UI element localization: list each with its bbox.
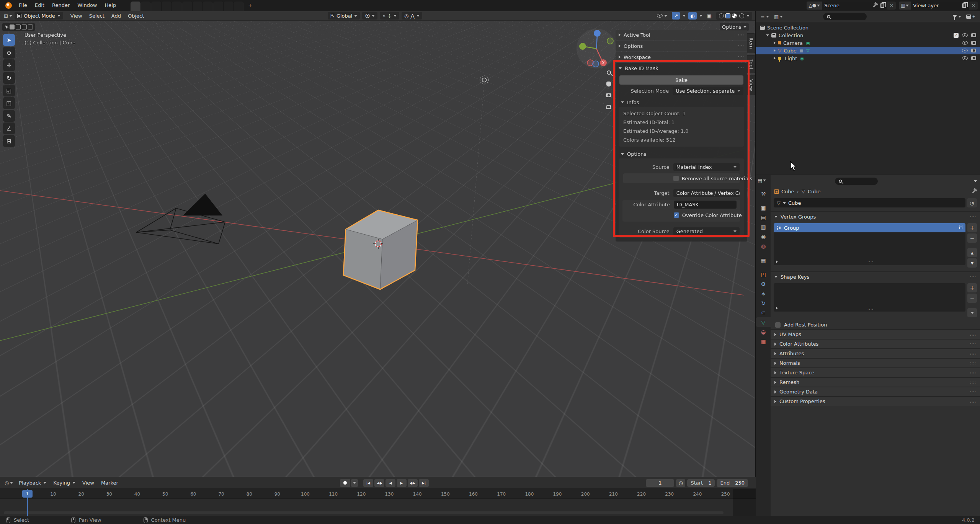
toggle-ortho-button[interactable]	[605, 103, 612, 111]
disable-render-camera-icon[interactable]	[971, 49, 976, 52]
select-mode-extend-icon[interactable]	[16, 24, 21, 29]
gizmo-dropdown-icon[interactable]	[683, 15, 686, 17]
target-dropdown[interactable]: Color Attribute / Vertex Color	[673, 189, 740, 197]
frame-start-field[interactable]: Start1	[687, 479, 715, 487]
prev-keyframe-button[interactable]: ◀◆	[374, 479, 384, 487]
next-keyframe-button[interactable]: ◆▶	[408, 479, 418, 487]
workspace-tab[interactable]	[182, 2, 193, 11]
browse-viewlayer-button[interactable]: ▥	[899, 2, 911, 10]
list-filter-disclosure-icon[interactable]	[776, 307, 778, 310]
display-mode-dropdown[interactable]: ≡	[759, 13, 771, 20]
disclosure-collapsed-icon[interactable]	[774, 57, 776, 60]
workspace-tab[interactable]	[193, 2, 203, 11]
outliner-row-collection[interactable]: Collection ✓	[756, 31, 980, 39]
add-cube-tool[interactable]: ⊞	[3, 135, 15, 147]
cursor-tool[interactable]: ⊕	[3, 47, 15, 59]
output-icon[interactable]: ▤	[756, 212, 771, 222]
workspace-tab[interactable]	[141, 2, 151, 11]
viewport-menu-item[interactable]: Select	[86, 13, 108, 19]
camera-view-button[interactable]	[605, 91, 612, 99]
add-rest-position-checkbox[interactable]	[775, 322, 781, 328]
add-vertex-group-button[interactable]: +	[967, 223, 977, 232]
properties-options-dropdown[interactable]	[974, 180, 977, 182]
editor-type-button[interactable]: ▤	[758, 178, 769, 183]
disclosure-collapsed-icon[interactable]	[774, 49, 776, 52]
color-attribute-input[interactable]: ID_MASK	[674, 201, 737, 209]
current-frame-field[interactable]: 1	[646, 479, 674, 487]
remove-vertex-group-button[interactable]: −	[967, 233, 977, 243]
infos-subpanel-header[interactable]: Infos	[621, 100, 742, 105]
menu-item[interactable]: File	[15, 1, 31, 10]
panel-drag-handle[interactable]: ::::	[970, 380, 976, 384]
zoom-view-button[interactable]	[605, 69, 612, 76]
scene-icon[interactable]: ◉	[756, 232, 771, 241]
move-group-down-button[interactable]: ▾	[967, 258, 977, 268]
panel-drag-handle[interactable]: ::::	[738, 33, 744, 37]
list-resize-handle[interactable]: ::::	[867, 260, 874, 264]
panel-drag-handle[interactable]: ::::	[970, 400, 976, 403]
panel-drag-handle[interactable]: ::::	[738, 55, 744, 59]
overlays-dropdown-icon[interactable]	[699, 15, 702, 17]
collapsed-properties-panel[interactable]: Attributes ::::	[771, 348, 980, 358]
toggle-xray-button[interactable]: ▣	[705, 12, 714, 20]
fake-user-shield-button[interactable]: ◔	[967, 198, 977, 207]
blender-logo-icon[interactable]	[5, 2, 12, 9]
bake-button[interactable]: Bake	[619, 75, 743, 85]
breadcrumb-object[interactable]: Cube	[781, 189, 794, 194]
rendered-shading-icon[interactable]	[739, 13, 744, 18]
breadcrumb-data[interactable]: Cube	[808, 189, 821, 194]
remove-materials-checkbox[interactable]	[673, 176, 679, 181]
timeline-menu-item[interactable]: Marker	[98, 480, 122, 486]
viewport-menu-item[interactable]: Object	[124, 13, 147, 19]
use-preview-range-button[interactable]: ◷	[676, 479, 685, 487]
timeline-menu-item[interactable]: Keying	[50, 480, 79, 486]
collapsed-properties-panel[interactable]: Geometry Data ::::	[771, 387, 980, 396]
panel-drag-handle[interactable]: ::::	[970, 361, 976, 365]
selection-mode-dropdown[interactable]: Use Selection, separate	[673, 87, 743, 95]
jump-to-start-button[interactable]: |◀	[363, 479, 373, 487]
lock-open-icon[interactable]	[959, 227, 962, 229]
workspace-tab[interactable]	[224, 2, 234, 11]
source-dropdown[interactable]: Material Index	[673, 163, 740, 171]
collapsed-properties-panel[interactable]: Remesh ::::	[771, 377, 980, 387]
workspace-tab[interactable]	[203, 2, 213, 11]
collapsed-panel-header[interactable]: Options ::::	[616, 41, 747, 51]
disable-render-camera-icon[interactable]	[971, 33, 976, 37]
hide-viewport-eye-icon[interactable]	[962, 49, 968, 52]
timeline-menu-item[interactable]: View	[79, 480, 98, 486]
outliner-row-scene-collection[interactable]: Scene Collection	[756, 24, 980, 31]
world-icon[interactable]: ◍	[756, 241, 771, 251]
collapsed-properties-panel[interactable]: Normals ::::	[771, 358, 980, 367]
add-workspace-button[interactable]: +	[244, 1, 256, 10]
show-gizmo-button[interactable]: ↗	[672, 12, 680, 20]
viewport-3d[interactable]: ⊞ Object Mode ViewSelectAddObject ⇱ Glob…	[0, 11, 756, 477]
auto-keyframe-record-button[interactable]	[340, 479, 350, 487]
panel-drag-handle[interactable]: ::::	[970, 215, 976, 219]
sidebar-tab[interactable]: Tool	[747, 55, 756, 73]
workspace-tab[interactable]	[151, 2, 162, 11]
annotate-tool[interactable]: ✎	[3, 110, 15, 122]
remove-shape-key-button[interactable]: −	[967, 294, 977, 303]
shading-dropdown-icon[interactable]	[746, 15, 750, 17]
delete-scene-button[interactable]: ×	[887, 2, 896, 8]
frame-end-field[interactable]: End250	[717, 479, 748, 487]
play-button[interactable]: ▶	[397, 479, 407, 487]
playhead-badge[interactable]: 1	[22, 490, 33, 498]
physics-icon[interactable]: ↻	[756, 298, 771, 308]
pin-icon[interactable]	[873, 3, 877, 8]
outliner-search-input[interactable]	[823, 13, 867, 20]
object-data-icon[interactable]: ▽	[756, 317, 771, 327]
select-mode-subtract-icon[interactable]	[22, 24, 27, 29]
collapsed-panel-header[interactable]: Workspace ::::	[616, 52, 747, 62]
constraints-icon[interactable]: ⊂	[756, 308, 771, 317]
override-color-attribute-checkbox[interactable]: ✓	[674, 212, 679, 218]
hide-viewport-eye-icon[interactable]	[962, 41, 968, 45]
properties-search-input[interactable]	[835, 178, 878, 185]
outliner-row-cube[interactable]: ▽ Cube ▦ ▽	[756, 47, 980, 54]
mesh-name-field[interactable]: ▽ Cube	[774, 198, 965, 207]
view-layer-icon[interactable]: ▥	[756, 222, 771, 232]
pin-id-icon[interactable]	[972, 189, 976, 194]
show-hide-dropdown[interactable]	[655, 12, 669, 20]
navigation-gizmo[interactable]: X	[573, 25, 619, 75]
outliner-row-light[interactable]: Light ◉	[756, 54, 980, 62]
